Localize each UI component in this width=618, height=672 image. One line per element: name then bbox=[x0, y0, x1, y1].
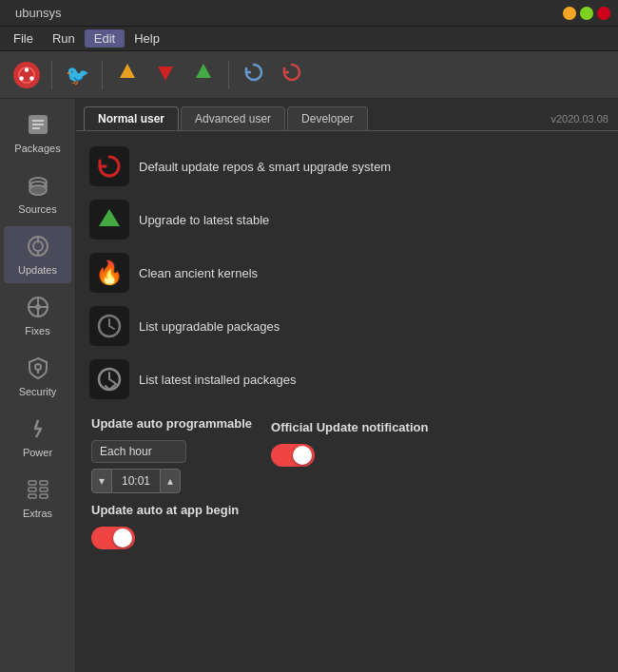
svg-rect-9 bbox=[32, 124, 44, 125]
spinner-down-button[interactable]: ▾ bbox=[91, 469, 112, 493]
toolbar-separator-1 bbox=[51, 61, 52, 89]
auto-begin-label: Update auto at app begin bbox=[91, 503, 603, 517]
power-label: Power bbox=[23, 447, 52, 458]
svg-rect-28 bbox=[29, 481, 36, 485]
svg-point-13 bbox=[29, 185, 47, 195]
action-label-3: Clean ancient kernels bbox=[139, 266, 258, 280]
menu-run[interactable]: Run bbox=[43, 29, 85, 48]
sidebar-item-extras[interactable]: Extras bbox=[4, 470, 71, 527]
close-button[interactable] bbox=[597, 7, 610, 20]
refresh1-button[interactable] bbox=[237, 58, 271, 92]
tab-bar: Normal user Advanced user Developer v202… bbox=[76, 99, 618, 130]
action-row-5[interactable]: List latest installed packages bbox=[84, 354, 610, 405]
ubuntu-icon bbox=[13, 62, 40, 88]
tab-developer[interactable]: Developer bbox=[287, 106, 368, 130]
minimize-button[interactable] bbox=[563, 7, 576, 20]
menu-edit[interactable]: Edit bbox=[85, 29, 125, 48]
svg-marker-5 bbox=[158, 67, 173, 81]
up-green-icon bbox=[192, 61, 215, 88]
tab-advanced-user[interactable]: Advanced user bbox=[181, 106, 285, 130]
titlebar: ubunsys bbox=[0, 0, 618, 27]
auto-begin-toggle[interactable] bbox=[91, 527, 135, 549]
sidebar-item-power[interactable]: Power bbox=[4, 409, 71, 466]
action-label-1: Default update repos & smart upgrade sys… bbox=[139, 160, 391, 174]
packages-icon bbox=[26, 112, 50, 141]
sync-red-icon bbox=[89, 146, 129, 186]
settings-row-1: Update auto programmable Each hour Each … bbox=[91, 416, 603, 493]
updates-icon bbox=[26, 234, 50, 262]
updates-label: Updates bbox=[18, 264, 57, 276]
auto-begin-toggle-knob bbox=[113, 528, 132, 547]
refresh2-icon bbox=[280, 61, 303, 88]
menubar: File Run Edit Help bbox=[0, 27, 618, 51]
clock-installed-icon bbox=[89, 359, 129, 399]
downgrade-button[interactable] bbox=[148, 58, 183, 92]
svg-rect-26 bbox=[29, 488, 36, 491]
svg-point-19 bbox=[35, 304, 41, 310]
toolbar-separator-2 bbox=[102, 61, 103, 89]
action-label-4: List upgradable packages bbox=[139, 319, 280, 334]
sidebar-item-packages[interactable]: Packages bbox=[4, 105, 71, 162]
ubuntu-button[interactable] bbox=[10, 58, 44, 92]
sidebar-item-updates[interactable]: Updates bbox=[4, 226, 71, 283]
svg-marker-6 bbox=[196, 64, 211, 78]
main-layout: Packages Sources Updates Fixes Security bbox=[0, 99, 618, 672]
update-button[interactable] bbox=[186, 58, 221, 92]
version-label: v2020.03.08 bbox=[550, 112, 608, 124]
toolbar-separator-3 bbox=[228, 61, 229, 89]
down-red-icon bbox=[154, 61, 177, 88]
upgrade-button[interactable] bbox=[110, 58, 145, 92]
spinner-input[interactable] bbox=[112, 469, 160, 493]
window-controls bbox=[563, 7, 610, 20]
twitter-icon: 🐦 bbox=[66, 64, 89, 86]
svg-point-3 bbox=[19, 76, 24, 81]
svg-rect-27 bbox=[29, 494, 36, 498]
sidebar-item-fixes[interactable]: Fixes bbox=[4, 287, 71, 344]
action-row-2[interactable]: Upgrade to latest stable bbox=[84, 194, 610, 245]
dropdown-wrapper: Each hour Each day Each week Never bbox=[91, 440, 252, 463]
auto-begin-col: Update auto at app begin bbox=[91, 503, 603, 549]
svg-marker-32 bbox=[99, 209, 120, 226]
svg-rect-10 bbox=[32, 127, 40, 129]
spinner-up-button[interactable]: ▴ bbox=[160, 469, 181, 493]
sidebar-item-security[interactable]: Security bbox=[4, 348, 71, 405]
sources-label: Sources bbox=[18, 203, 56, 215]
action-row-4[interactable]: List upgradable packages bbox=[84, 300, 610, 352]
titlebar-title: ubunsys bbox=[15, 6, 61, 20]
security-label: Security bbox=[19, 386, 57, 397]
official-notification-label: Official Update notification bbox=[271, 420, 428, 434]
svg-point-24 bbox=[35, 364, 41, 370]
ubuntu-svg bbox=[18, 67, 35, 84]
up-orange-icon bbox=[116, 61, 139, 88]
auto-programmable-label: Update auto programmable bbox=[91, 416, 252, 431]
svg-rect-31 bbox=[40, 494, 48, 498]
svg-line-35 bbox=[109, 326, 114, 329]
maximize-button[interactable] bbox=[580, 7, 593, 20]
sidebar-item-sources[interactable]: Sources bbox=[4, 165, 71, 222]
action-label-2: Upgrade to latest stable bbox=[139, 213, 269, 227]
sidebar: Packages Sources Updates Fixes Security bbox=[0, 99, 76, 672]
frequency-dropdown[interactable]: Each hour Each day Each week Never bbox=[91, 440, 186, 463]
notification-toggle[interactable] bbox=[271, 444, 315, 467]
tab-normal-user[interactable]: Normal user bbox=[84, 106, 179, 130]
toolbar: 🐦 bbox=[0, 51, 618, 99]
refresh2-button[interactable] bbox=[275, 58, 309, 92]
packages-label: Packages bbox=[14, 143, 60, 154]
svg-marker-4 bbox=[120, 64, 135, 78]
refresh1-icon bbox=[242, 61, 265, 88]
tab-content: Default update repos & smart upgrade sys… bbox=[76, 130, 618, 563]
fixes-label: Fixes bbox=[25, 325, 49, 336]
svg-point-15 bbox=[33, 241, 43, 251]
menu-help[interactable]: Help bbox=[125, 29, 169, 48]
action-row-1[interactable]: Default update repos & smart upgrade sys… bbox=[84, 141, 610, 192]
sources-icon bbox=[26, 173, 50, 202]
svg-rect-8 bbox=[32, 120, 44, 122]
action-row-3[interactable]: 🔥 Clean ancient kernels bbox=[84, 247, 610, 298]
menu-file[interactable]: File bbox=[4, 29, 43, 48]
flame-icon: 🔥 bbox=[89, 253, 129, 293]
fixes-icon bbox=[26, 295, 50, 323]
settings-section: Update auto programmable Each hour Each … bbox=[84, 407, 610, 553]
twitter-button[interactable]: 🐦 bbox=[60, 58, 94, 92]
clock-dark-icon bbox=[89, 306, 129, 346]
extras-label: Extras bbox=[23, 508, 52, 519]
